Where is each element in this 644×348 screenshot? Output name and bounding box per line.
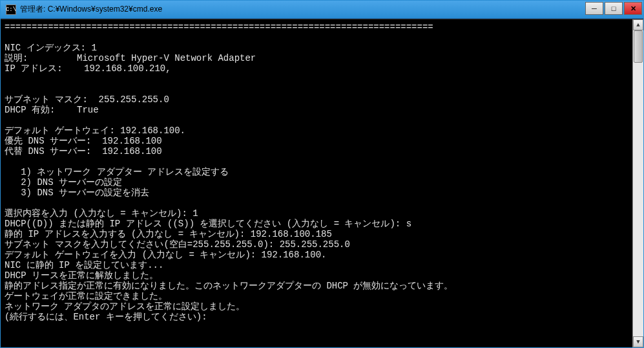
maximize-button[interactable]: □ (605, 2, 623, 15)
cmd-window: C:\ 管理者: C:¥Windows¥system32¥cmd.exe ─ □… (0, 0, 644, 348)
window-controls: ─ □ ✕ (585, 1, 643, 18)
scroll-up-button[interactable]: ▲ (633, 19, 643, 30)
terminal-output[interactable]: ========================================… (1, 19, 632, 347)
scroll-thumb[interactable] (634, 30, 643, 63)
vertical-scrollbar[interactable]: ▲ ▼ (632, 19, 643, 347)
close-button[interactable]: ✕ (624, 2, 642, 15)
terminal-area: ========================================… (1, 19, 643, 347)
app-icon: C:\ (6, 5, 16, 15)
scroll-track[interactable] (633, 30, 643, 336)
window-title: 管理者: C:¥Windows¥system32¥cmd.exe (20, 4, 585, 15)
minimize-button[interactable]: ─ (585, 2, 603, 15)
scroll-down-button[interactable]: ▼ (633, 336, 643, 347)
titlebar[interactable]: C:\ 管理者: C:¥Windows¥system32¥cmd.exe ─ □… (1, 1, 643, 19)
